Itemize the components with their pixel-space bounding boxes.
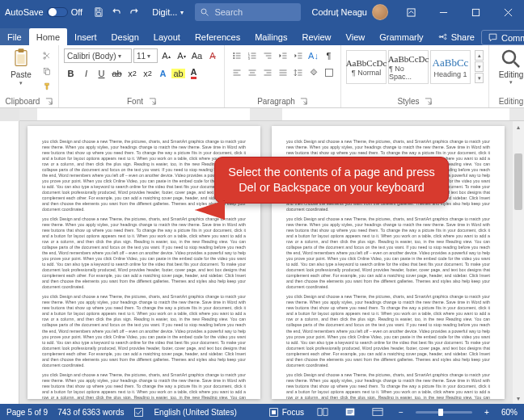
font-name-combo[interactable]: Calibri (Body)▾ bbox=[64, 48, 132, 63]
zoom-slider[interactable] bbox=[416, 411, 472, 414]
body-text[interactable]: you click Design and choose a new Theme,… bbox=[42, 372, 246, 399]
read-mode-icon[interactable] bbox=[314, 405, 332, 418]
numbering-icon[interactable]: 123 bbox=[245, 48, 259, 62]
show-marks-icon[interactable]: ¶ bbox=[322, 48, 336, 62]
tab-view[interactable]: View bbox=[339, 28, 373, 45]
tab-grammarly[interactable]: Grammarly bbox=[372, 28, 430, 45]
paste-button[interactable]: Paste ▾ bbox=[5, 47, 37, 86]
close-icon[interactable] bbox=[492, 0, 524, 24]
svg-rect-13 bbox=[45, 69, 49, 74]
zoom-level[interactable]: 60% bbox=[501, 408, 518, 417]
scroll-down-icon[interactable]: ▾ bbox=[513, 393, 524, 404]
align-left-icon[interactable] bbox=[230, 65, 243, 79]
editing-menu[interactable]: Editing▾ bbox=[494, 47, 524, 85]
cut-icon[interactable] bbox=[40, 48, 53, 62]
autosave-switch[interactable] bbox=[47, 7, 68, 17]
zoom-out-icon[interactable]: − bbox=[396, 408, 406, 417]
scroll-thumb[interactable] bbox=[514, 153, 522, 210]
subscript-icon[interactable]: x2 bbox=[125, 66, 139, 80]
italic-icon[interactable]: I bbox=[79, 66, 93, 80]
justify-icon[interactable] bbox=[276, 65, 289, 79]
increase-indent-icon[interactable] bbox=[291, 48, 305, 62]
vertical-scrollbar[interactable]: ▴ ▾ bbox=[513, 121, 524, 404]
body-text[interactable]: you click Design and choose a new Theme,… bbox=[286, 216, 490, 290]
align-right-icon[interactable] bbox=[260, 65, 274, 79]
font-color-icon[interactable]: A bbox=[187, 66, 201, 80]
sort-icon[interactable]: A↓ bbox=[306, 48, 320, 62]
superscript-icon[interactable]: x2 bbox=[141, 66, 154, 80]
account-menu[interactable]: Codruț Neagu bbox=[306, 4, 395, 20]
strike-icon[interactable]: ab bbox=[110, 66, 124, 80]
tab-design[interactable]: Design bbox=[104, 28, 146, 45]
tab-home[interactable]: Home bbox=[29, 28, 67, 45]
maximize-icon[interactable] bbox=[459, 0, 492, 24]
dialog-launcher-icon[interactable] bbox=[425, 98, 433, 106]
body-text[interactable]: you click Design and choose a new Theme,… bbox=[286, 372, 490, 399]
language[interactable]: English (United States) bbox=[154, 408, 236, 417]
body-text[interactable]: you click Design and choose a new Theme,… bbox=[42, 294, 246, 368]
clear-format-icon[interactable]: A̶ bbox=[205, 49, 219, 63]
account-name: Codruț Neagu bbox=[312, 7, 368, 17]
title-bar: AutoSave Off Digit... ▾ Search Codruț Ne… bbox=[0, 0, 524, 24]
print-layout-icon[interactable] bbox=[341, 405, 359, 418]
copy-icon[interactable] bbox=[40, 64, 53, 78]
vertical-ruler[interactable] bbox=[0, 121, 19, 404]
multilevel-icon[interactable] bbox=[260, 48, 274, 62]
share-button[interactable]: Share bbox=[431, 28, 481, 45]
word-count[interactable]: 743 of 6363 words bbox=[57, 408, 124, 417]
ribbon-tabs: File Home Insert Design Layout Reference… bbox=[0, 24, 524, 45]
body-text[interactable]: you click Design and choose a new Theme,… bbox=[286, 294, 490, 368]
bold-icon[interactable]: B bbox=[64, 66, 78, 80]
save-icon[interactable] bbox=[91, 4, 107, 20]
svg-point-0 bbox=[201, 9, 206, 14]
underline-icon[interactable]: U bbox=[95, 66, 108, 80]
share-icon bbox=[437, 32, 448, 42]
decrease-indent-icon[interactable] bbox=[276, 48, 289, 62]
bullets-icon[interactable] bbox=[230, 48, 243, 62]
tab-file[interactable]: File bbox=[0, 28, 29, 45]
style-heading1[interactable]: AaBbCcHeading 1 bbox=[430, 50, 471, 84]
undo-icon[interactable] bbox=[108, 4, 125, 20]
search-input[interactable]: Search bbox=[195, 3, 300, 21]
autosave-toggle[interactable]: AutoSave Off bbox=[0, 7, 87, 17]
font-size-combo[interactable]: 11▾ bbox=[133, 48, 158, 63]
document-title[interactable]: Digit... ▾ bbox=[146, 7, 190, 17]
dialog-launcher-icon[interactable] bbox=[300, 98, 308, 106]
dialog-launcher-icon[interactable] bbox=[44, 98, 53, 106]
highlight-icon[interactable]: ab bbox=[171, 66, 185, 80]
line-spacing-icon[interactable] bbox=[291, 65, 305, 79]
comments-button[interactable]: Comments bbox=[481, 30, 524, 45]
focus-mode[interactable]: Focus bbox=[268, 407, 304, 418]
change-case-icon[interactable]: Aa bbox=[190, 49, 204, 63]
style-normal[interactable]: AaBbCcDc¶ Normal bbox=[346, 50, 387, 84]
text-effects-icon[interactable]: A bbox=[156, 66, 170, 80]
tab-references[interactable]: References bbox=[188, 28, 247, 45]
horizontal-ruler[interactable] bbox=[19, 108, 524, 121]
format-painter-icon[interactable] bbox=[40, 79, 53, 93]
shrink-font-icon[interactable]: A▾ bbox=[175, 49, 188, 63]
tab-mailings[interactable]: Mailings bbox=[247, 28, 294, 45]
zoom-in-icon[interactable]: + bbox=[482, 408, 492, 417]
style-nospacing[interactable]: AaBbCcDc¶ No Spac... bbox=[388, 50, 429, 84]
tab-insert[interactable]: Insert bbox=[67, 28, 104, 45]
web-layout-icon[interactable] bbox=[369, 405, 387, 418]
group-editing: Editing▾ Editing bbox=[489, 45, 524, 107]
scroll-up-icon[interactable]: ▴ bbox=[513, 121, 524, 132]
ribbon-options-icon[interactable] bbox=[395, 0, 427, 24]
grow-font-icon[interactable]: A▴ bbox=[159, 49, 173, 63]
paste-icon bbox=[10, 47, 32, 69]
tab-layout[interactable]: Layout bbox=[146, 28, 188, 45]
tab-review[interactable]: Review bbox=[295, 28, 339, 45]
align-center-icon[interactable] bbox=[245, 65, 259, 79]
borders-icon[interactable] bbox=[322, 65, 336, 79]
minimize-icon[interactable] bbox=[427, 0, 459, 24]
instruction-callout: Select the contents of a page and press … bbox=[214, 157, 449, 204]
search-icon bbox=[200, 7, 209, 17]
page-number[interactable]: Page 5 of 9 bbox=[6, 408, 48, 417]
dialog-launcher-icon[interactable] bbox=[148, 98, 156, 106]
body-text[interactable]: you click Design and choose a new Theme,… bbox=[42, 216, 246, 290]
redo-icon[interactable] bbox=[126, 4, 142, 20]
style-gallery-scroll[interactable]: ▴▾▾ bbox=[475, 50, 484, 83]
shading-icon[interactable] bbox=[306, 65, 320, 79]
spellcheck-icon[interactable] bbox=[133, 407, 144, 418]
